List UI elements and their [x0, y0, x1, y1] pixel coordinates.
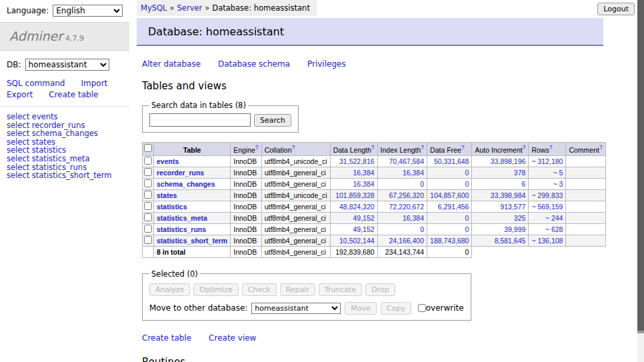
- row-checkbox[interactable]: [144, 179, 152, 187]
- create-links: Create tableCreate view: [142, 333, 603, 343]
- auto-increment-cell: 913,577: [472, 201, 529, 212]
- rows-cell: ~ 3: [529, 178, 566, 189]
- create-link[interactable]: Create view: [209, 333, 256, 343]
- column-header: Data Length?: [330, 143, 377, 156]
- sidebar-action-link[interactable]: Create table: [49, 90, 98, 99]
- rows-cell: ~ 569,159: [529, 201, 566, 212]
- copy-button[interactable]: Copy: [381, 302, 411, 315]
- comment-cell: [566, 201, 605, 212]
- column-help-link[interactable]: ?: [371, 144, 375, 151]
- index-length-cell: 16,384: [377, 212, 427, 223]
- sidebar-action-link[interactable]: SQL command: [7, 79, 65, 88]
- column-header: Index Length?: [377, 143, 427, 156]
- sidebar-select-link[interactable]: select events: [7, 113, 123, 121]
- sidebar-action-link[interactable]: Import: [81, 79, 107, 88]
- selected-action-button[interactable]: Check: [242, 283, 277, 296]
- collation-cell: utf8mb4_unicode_ci: [261, 189, 330, 201]
- column-help-link[interactable]: ?: [292, 144, 295, 151]
- database-nav-link[interactable]: Alter database: [142, 59, 201, 69]
- selected-action-button[interactable]: Optimize: [193, 283, 238, 296]
- index-length-cell: 0: [377, 178, 427, 189]
- column-help-link[interactable]: ?: [421, 144, 424, 151]
- data-free-cell: 0: [427, 212, 472, 223]
- row-checkbox[interactable]: [144, 191, 152, 199]
- row-checkbox[interactable]: [144, 157, 152, 165]
- page-title: Database: homeassistant: [137, 18, 603, 46]
- row-checkbox[interactable]: [144, 202, 152, 210]
- auto-increment-cell: 39,999: [472, 223, 529, 235]
- table-row: statistics_short_term InnoDB utf8mb4_gen…: [143, 235, 606, 246]
- column-header: Auto Increment?: [472, 143, 529, 156]
- column-help-link[interactable]: ?: [523, 144, 526, 151]
- database-nav-link[interactable]: Database schema: [218, 59, 290, 69]
- column-header: Data Free?: [427, 143, 472, 156]
- data-length-cell: 49,152: [330, 212, 377, 223]
- total-collation: utf8mb4_general_ci: [261, 246, 330, 257]
- engine-cell: InnoDB: [231, 167, 261, 178]
- breadcrumb-mysql-link[interactable]: MySQL: [141, 3, 167, 13]
- table-link[interactable]: schema_changes: [157, 180, 215, 188]
- table-row: statistics_runs InnoDB utf8mb4_general_c…: [143, 223, 606, 235]
- total-label: 8 in total: [154, 246, 231, 257]
- table-link[interactable]: statistics_runs: [157, 225, 206, 233]
- select-all-checkbox[interactable]: [144, 144, 152, 152]
- table-link[interactable]: states: [157, 191, 177, 199]
- overwrite-checkbox[interactable]: [418, 304, 426, 312]
- logout-button[interactable]: Logout: [597, 3, 635, 15]
- table-link[interactable]: statistics: [157, 203, 187, 211]
- collation-cell: utf8mb4_general_ci: [261, 178, 330, 189]
- db-select[interactable]: homeassistant: [25, 59, 109, 71]
- move-button[interactable]: Move: [345, 302, 377, 315]
- search-button[interactable]: Search: [254, 114, 291, 127]
- language-select[interactable]: English: [53, 5, 123, 17]
- total-data-free: 0: [427, 246, 472, 257]
- engine-cell: InnoDB: [231, 223, 261, 235]
- database-nav-link[interactable]: Privileges: [307, 59, 346, 69]
- selected-action-button[interactable]: Drop: [365, 283, 395, 296]
- scrollbar-thumb[interactable]: [637, 0, 644, 333]
- move-database-select[interactable]: homeassistant: [251, 303, 341, 314]
- sidebar-action-link[interactable]: Export: [7, 90, 33, 99]
- sidebar-select-link[interactable]: select statistics_meta: [7, 155, 123, 163]
- table-row: states InnoDB utf8mb4_unicode_ci 101,859…: [143, 189, 606, 201]
- data-length-cell: 10,502,144: [330, 235, 377, 246]
- header-checkbox-cell: [143, 143, 154, 156]
- comment-cell: [566, 212, 605, 223]
- table-row: events InnoDB utf8mb4_unicode_ci 31,522,…: [143, 155, 606, 167]
- data-length-cell: 49,152: [330, 223, 377, 235]
- data-free-cell: 0: [427, 223, 472, 235]
- total-row: 8 in total InnoDB utf8mb4_general_ci 192…: [143, 246, 606, 257]
- db-label: DB:: [7, 60, 21, 69]
- row-checkbox[interactable]: [144, 225, 152, 233]
- index-length-cell: 70,467,584: [377, 155, 427, 167]
- data-length-cell: 48,824,320: [330, 201, 377, 212]
- breadcrumb: MySQL»Server»Database: homeassistant: [137, 0, 317, 16]
- row-checkbox[interactable]: [144, 168, 152, 176]
- move-label: Move to other database:: [149, 303, 247, 313]
- table-link[interactable]: statistics_meta: [157, 214, 207, 222]
- column-help-link[interactable]: ?: [549, 144, 553, 151]
- row-checkbox[interactable]: [144, 236, 152, 244]
- column-help-link[interactable]: ?: [599, 144, 603, 151]
- search-input[interactable]: [149, 113, 251, 127]
- breadcrumb-server-link[interactable]: Server: [177, 3, 203, 13]
- sidebar-select-link[interactable]: select statistics_short_term: [7, 171, 123, 180]
- row-checkbox[interactable]: [144, 213, 152, 221]
- selected-action-button[interactable]: Truncate: [319, 283, 362, 296]
- table-link[interactable]: events: [157, 157, 179, 165]
- create-link[interactable]: Create table: [142, 333, 191, 343]
- collation-cell: utf8mb4_general_ci: [261, 235, 330, 246]
- index-length-cell: 67,256,320: [377, 189, 427, 201]
- column-help-link[interactable]: ?: [255, 144, 259, 151]
- selected-action-button[interactable]: Analyze: [149, 283, 190, 296]
- selected-action-button[interactable]: Repair: [280, 283, 315, 296]
- selected-buttons: AnalyzeOptimizeCheckRepairTruncateDrop: [149, 283, 464, 296]
- sidebar-select-link[interactable]: select schema_changes: [7, 129, 123, 138]
- column-help-link[interactable]: ?: [461, 144, 465, 151]
- engine-cell: InnoDB: [231, 155, 261, 167]
- comment-cell: [566, 189, 605, 201]
- vertical-scrollbar[interactable]: [637, 0, 644, 362]
- table-link[interactable]: statistics_short_term: [157, 237, 227, 245]
- table-link[interactable]: recorder_runs: [157, 169, 204, 177]
- table-row: statistics_meta InnoDB utf8mb4_general_c…: [143, 212, 606, 223]
